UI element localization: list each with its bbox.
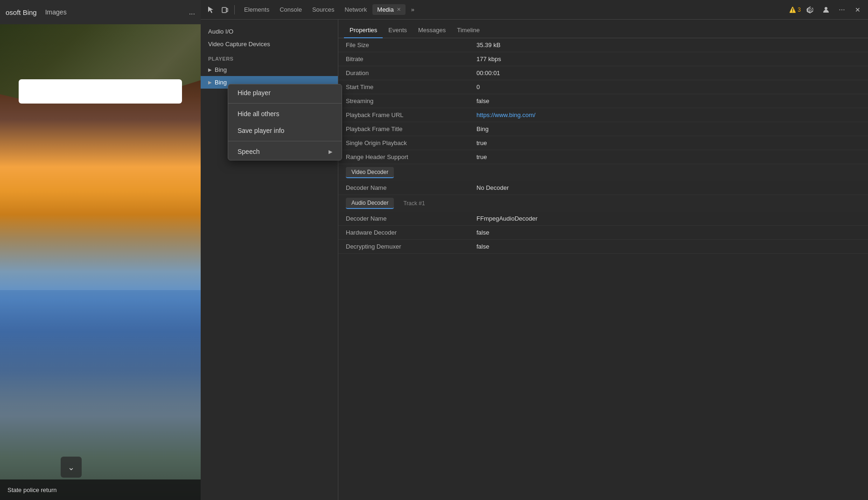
tab-console[interactable]: Console — [275, 4, 307, 15]
sub-tab-timeline[interactable]: Timeline — [451, 23, 485, 38]
prop-label-singleorigin: Single Origin Playback — [346, 139, 476, 146]
tab-sources[interactable]: Sources — [308, 4, 339, 15]
prop-value-duration: 00:00:01 — [476, 69, 500, 76]
prop-row-decoder-name-video: Decoder Name No Decoder — [338, 181, 868, 195]
tab-media-close[interactable]: ✕ — [397, 7, 401, 13]
context-menu-speech[interactable]: Speech ▶ — [228, 143, 342, 160]
prop-label-hardware-decoder: Hardware Decoder — [346, 229, 476, 236]
tab-network[interactable]: Network — [340, 4, 372, 15]
prop-label-decrypting-demuxer: Decrypting Demuxer — [346, 243, 476, 250]
prop-value-singleorigin: true — [476, 139, 487, 146]
scenic-background: ⌄ State police return — [0, 24, 201, 500]
warning-badge[interactable]: ⚠️ 3 — [789, 7, 801, 13]
prop-row-starttime: Start Time 0 — [338, 80, 868, 94]
context-menu-separator-1 — [228, 103, 342, 104]
chevron-down-icon: ⌄ — [68, 462, 75, 472]
settings-button[interactable] — [804, 3, 817, 16]
main-content: Properties Events Messages Timeline File… — [338, 20, 868, 500]
track1-tab-button[interactable]: Track #1 — [398, 198, 430, 208]
cursor-tool-button[interactable] — [204, 3, 217, 16]
prop-value-frameurl: https://www.bing.com/ — [476, 111, 535, 118]
players-label: Players — [201, 54, 338, 63]
sidebar-panel: Audio I/O Video Capture Devices Players … — [201, 20, 338, 500]
speech-label: Speech — [238, 148, 259, 155]
context-menu-hide-player[interactable]: Hide player — [228, 84, 342, 101]
devtools-tabs: Elements Console Sources Network Media ✕… — [239, 4, 419, 15]
sub-tab-properties[interactable]: Properties — [344, 23, 383, 38]
prop-label-frameurl: Playback Frame URL — [346, 111, 476, 118]
warning-icon: ⚠️ — [789, 7, 796, 13]
tab-more[interactable]: » — [406, 4, 419, 15]
context-menu-hide-all-others[interactable]: Hide all others — [228, 105, 342, 122]
tab-media-label: Media — [377, 6, 393, 13]
audio-decoder-tab-button[interactable]: Audio Decoder — [346, 198, 394, 209]
save-player-info-label: Save player info — [238, 127, 284, 134]
user-button[interactable] — [819, 3, 833, 16]
close-devtools-button[interactable]: ✕ — [851, 3, 864, 16]
more-button[interactable]: ... — [189, 8, 195, 16]
rock-overlay — [0, 24, 201, 118]
devtools-panel: Elements Console Sources Network Media ✕… — [201, 0, 868, 500]
close-icon: ✕ — [855, 6, 861, 14]
sidebar-item-audio-io[interactable]: Audio I/O — [201, 25, 338, 38]
warning-count: 3 — [798, 7, 801, 13]
sub-tab-messages[interactable]: Messages — [413, 23, 451, 38]
prop-row-decrypting-demuxer: Decrypting Demuxer false — [338, 240, 868, 254]
tab-media[interactable]: Media ✕ — [372, 4, 405, 15]
video-capture-label: Video Capture Devices — [208, 41, 270, 48]
audio-decoder-section-header: Audio Decoder Track #1 — [338, 195, 868, 212]
prop-value-rangeheader: true — [476, 153, 487, 160]
speech-submenu-icon: ▶ — [329, 149, 332, 155]
context-menu-separator-2 — [228, 141, 342, 141]
sidebar-item-player1[interactable]: ▶ Bing — [201, 63, 338, 76]
prop-label-duration: Duration — [346, 69, 476, 76]
prop-row-hardware-decoder: Hardware Decoder false — [338, 226, 868, 240]
player1-label: Bing — [215, 66, 227, 73]
images-button[interactable]: Images — [45, 8, 67, 16]
prop-label-decoder-name-audio: Decoder Name — [346, 215, 476, 222]
prop-value-starttime: 0 — [476, 83, 480, 90]
prop-value-filesize: 35.39 kB — [476, 42, 500, 49]
prop-row-frametitle: Playback Frame Title Bing — [338, 122, 868, 136]
prop-label-frametitle: Playback Frame Title — [346, 125, 476, 132]
context-menu-save-player-info[interactable]: Save player info — [228, 122, 342, 139]
prop-label-starttime: Start Time — [346, 83, 476, 90]
prop-label-filesize: File Size — [346, 42, 476, 49]
toolbar-separator — [234, 5, 235, 14]
prop-value-decoder-name-audio: FFmpegAudioDecoder — [476, 215, 538, 222]
browser-title: osoft Bing — [6, 8, 37, 16]
ellipsis-icon: ··· — [839, 6, 845, 14]
prop-value-streaming: false — [476, 97, 489, 104]
browser-top-bar: osoft Bing Images ... — [0, 0, 201, 24]
prop-row-streaming: Streaming false — [338, 94, 868, 108]
devtools-toolbar: Elements Console Sources Network Media ✕… — [201, 0, 868, 20]
sub-tab-events[interactable]: Events — [383, 23, 413, 38]
search-bar[interactable] — [19, 79, 182, 104]
svg-point-3 — [825, 7, 827, 10]
sub-tabs: Properties Events Messages Timeline — [338, 20, 868, 38]
sidebar-item-video-capture[interactable]: Video Capture Devices — [201, 38, 338, 50]
prop-row-duration: Duration 00:00:01 — [338, 66, 868, 80]
prop-value-decoder-name-video: No Decoder — [476, 184, 509, 191]
prop-value-frametitle: Bing — [476, 125, 489, 132]
device-toggle-button[interactable] — [218, 3, 231, 16]
prop-label-bitrate: Bitrate — [346, 56, 476, 62]
prop-label-rangeheader: Range Header Support — [346, 153, 476, 160]
svg-rect-1 — [222, 7, 226, 13]
prop-value-hardware-decoder: false — [476, 229, 489, 236]
hide-all-others-label: Hide all others — [238, 110, 280, 118]
tab-elements[interactable]: Elements — [239, 4, 274, 15]
toolbar-right: ⚠️ 3 ··· ✕ — [789, 3, 864, 16]
more-options-button[interactable]: ··· — [835, 3, 848, 16]
prop-row-rangeheader: Range Header Support true — [338, 150, 868, 164]
context-menu: Hide player Hide all others Save player … — [228, 84, 342, 160]
player2-label: Bing — [215, 79, 227, 86]
search-bar-container — [19, 79, 182, 104]
news-bar: State police return — [0, 479, 201, 500]
prop-row-frameurl: Playback Frame URL https://www.bing.com/ — [338, 108, 868, 122]
devtools-body: Audio I/O Video Capture Devices Players … — [201, 20, 868, 500]
prop-row-bitrate: Bitrate 177 kbps — [338, 52, 868, 66]
lake-reflection — [0, 290, 201, 500]
scroll-down-button[interactable]: ⌄ — [61, 457, 82, 478]
video-decoder-tab-button[interactable]: Video Decoder — [346, 167, 394, 178]
